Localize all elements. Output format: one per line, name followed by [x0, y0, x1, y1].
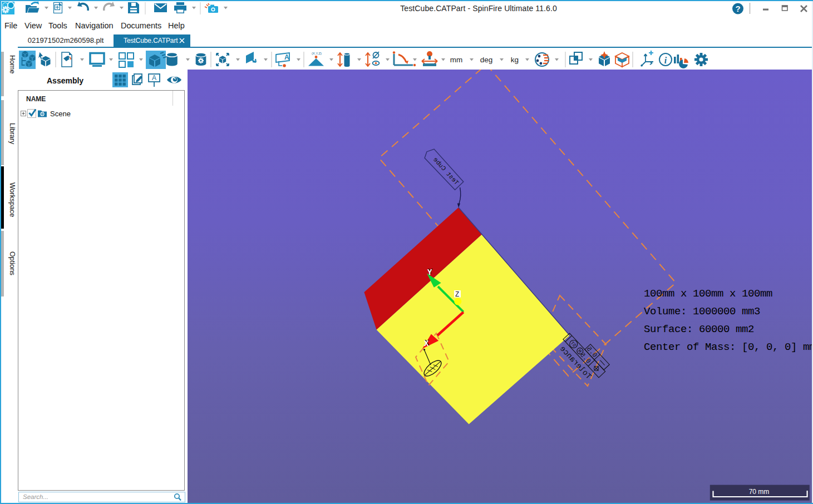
svg-text:(X,Y,Z): (X,Y,Z) — [312, 52, 322, 55]
svg-text:Test Cube: Test Cube — [432, 156, 460, 186]
svg-text:?: ? — [735, 4, 740, 13]
svg-text:70 mm: 70 mm — [749, 488, 770, 496]
svg-text:i: i — [664, 56, 667, 65]
svg-text:Y: Y — [427, 268, 432, 277]
svg-text:Center of Mass: [0, 0, 0] mm: Center of Mass: [0, 0, 0] mm — [644, 341, 812, 353]
svg-text:mm: mm — [450, 56, 463, 64]
svg-text:A: A — [152, 74, 156, 82]
svg-text:kg: kg — [511, 56, 519, 64]
svg-text:Z: Z — [455, 291, 459, 299]
svg-text:deg: deg — [480, 56, 493, 64]
svg-text:Volume: 1000000 mm3: Volume: 1000000 mm3 — [644, 305, 760, 318]
svg-text:A: A — [284, 53, 289, 61]
svg-text:Surface: 60000 mm2: Surface: 60000 mm2 — [644, 323, 754, 335]
svg-text:Scene: Scene — [50, 110, 71, 118]
svg-text:100mm x 100mm x 100mm: 100mm x 100mm x 100mm — [644, 288, 772, 300]
svg-text:X: X — [424, 339, 429, 348]
